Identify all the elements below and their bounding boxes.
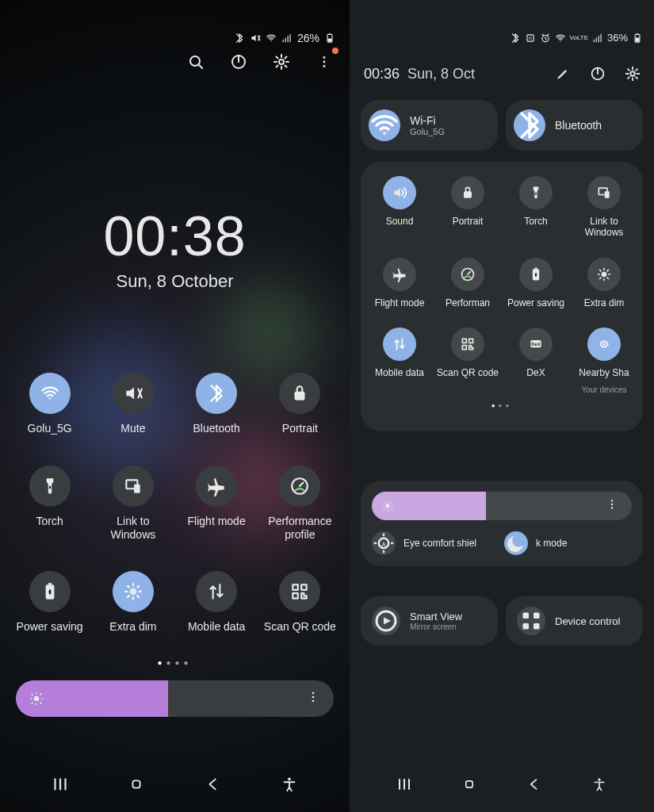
- tile-torch[interactable]: Torch: [8, 465, 91, 542]
- tile-gauge[interactable]: Performance profile: [258, 465, 342, 542]
- quick-settings-grid: Golu_5G Mute Bluetooth Portrait Torch Li…: [0, 373, 350, 634]
- header-time: 00:36: [364, 66, 400, 82]
- qr-icon: [451, 327, 484, 361]
- tile-lock[interactable]: Portrait: [258, 373, 342, 435]
- tile-label: Torch: [36, 515, 63, 528]
- smartview-icon: [372, 607, 400, 635]
- brightness-more-button[interactable]: [305, 689, 321, 708]
- tile-plane[interactable]: Flight mode: [175, 465, 258, 542]
- power-button[interactable]: [587, 63, 608, 84]
- tile-label: DeX: [526, 367, 545, 378]
- tile-label: Torch: [524, 216, 547, 227]
- tile-sound[interactable]: Sound: [365, 176, 434, 239]
- battery-percent: 36%: [607, 32, 628, 44]
- toggle-eye-comfort[interactable]: Eye comfort shiel: [372, 531, 499, 555]
- tile-label: Mobile data: [188, 620, 245, 634]
- toggle-label: k mode: [536, 538, 567, 549]
- back-button[interactable]: [197, 774, 229, 795]
- tile-label: Scan QR code: [437, 367, 499, 378]
- dim-icon: [587, 258, 621, 291]
- settings-button[interactable]: [622, 63, 643, 84]
- eye-comfort-icon: [372, 531, 396, 555]
- tile-label: Bluetooth: [193, 422, 240, 435]
- brightness-more-button[interactable]: [605, 497, 619, 515]
- tile-bluetooth[interactable]: Bluetooth: [175, 373, 258, 435]
- header-date: Sun, 8 Oct: [407, 66, 475, 82]
- bluetooth-icon: [234, 33, 245, 44]
- tile-link-windows[interactable]: Link to Windows: [91, 465, 174, 542]
- accessibility-button[interactable]: [583, 774, 615, 795]
- pill-title: Wi-Fi: [410, 114, 445, 127]
- tile-nearby[interactable]: Nearby Sha Your devices: [570, 327, 638, 393]
- battery-icon: [632, 33, 643, 44]
- panel-grid4[interactable]: Device control: [506, 596, 643, 645]
- tile-dim[interactable]: Extra dim: [570, 258, 638, 308]
- power-button[interactable]: [226, 49, 251, 75]
- battery-leaf-icon: [29, 571, 71, 612]
- tile-dim[interactable]: Extra dim: [91, 571, 174, 634]
- tile-dex[interactable]: DeX: [502, 327, 570, 393]
- tile-link-windows[interactable]: Link to Windows: [570, 176, 638, 239]
- tile-gauge[interactable]: Performan: [434, 258, 502, 308]
- qr-icon: [279, 571, 320, 612]
- tile-label: Portrait: [453, 216, 484, 227]
- pill-bluetooth[interactable]: Bluetooth: [506, 100, 643, 151]
- brightness-slider[interactable]: [372, 492, 632, 520]
- signal-icon: [592, 33, 603, 44]
- link-windows-icon: [587, 176, 621, 209]
- tile-mute[interactable]: Mute: [91, 373, 174, 435]
- toggle-label: Eye comfort shiel: [403, 538, 476, 549]
- toggle-moon[interactable]: k mode: [504, 531, 632, 555]
- home-button[interactable]: [120, 774, 152, 795]
- tile-label: Power saving: [507, 297, 564, 308]
- tile-sublabel: Your devices: [582, 385, 627, 394]
- tile-label: Golu_5G: [28, 422, 72, 435]
- sun-icon: [381, 500, 394, 512]
- tile-label: Mute: [120, 422, 145, 435]
- plane-icon: [196, 465, 237, 507]
- wifi-icon: [369, 109, 400, 141]
- tile-battery-leaf[interactable]: Power saving: [8, 571, 91, 634]
- quick-settings-panel: Sound Portrait Torch Link to Windows Fli…: [361, 162, 643, 431]
- tile-data-arrows[interactable]: Mobile data: [175, 571, 258, 634]
- accessibility-button[interactable]: [273, 774, 305, 795]
- tile-label: Link to Windows: [572, 216, 636, 239]
- pill-wifi[interactable]: Wi-Fi Golu_5G: [361, 100, 498, 151]
- tile-label: Performan: [446, 297, 490, 308]
- recents-button[interactable]: [44, 774, 76, 795]
- panel-smartview[interactable]: Smart View Mirror screen: [361, 596, 498, 645]
- status-bar: 26%: [234, 32, 335, 44]
- tile-plane[interactable]: Flight mode: [365, 258, 434, 308]
- lower-panels: Smart View Mirror screen Device control: [361, 596, 643, 645]
- tile-lock[interactable]: Portrait: [434, 176, 502, 239]
- tile-qr[interactable]: Scan QR code: [434, 327, 502, 393]
- tile-qr[interactable]: Scan QR code: [258, 571, 342, 634]
- nearby-icon: [587, 327, 621, 361]
- settings-button[interactable]: [269, 49, 294, 75]
- svg-rect-37: [637, 33, 638, 34]
- tile-label: Mobile data: [375, 367, 424, 378]
- lock-icon: [279, 373, 320, 414]
- brightness-slider[interactable]: [16, 680, 334, 717]
- data-arrows-icon: [196, 571, 237, 612]
- tile-data-arrows[interactable]: Mobile data: [365, 327, 434, 393]
- status-bar: N VoLTE 36%: [510, 32, 643, 44]
- battery-icon: [324, 33, 335, 44]
- home-button[interactable]: [453, 774, 485, 795]
- edit-button[interactable]: [553, 63, 573, 84]
- clock-date: Sun, 8 October: [0, 271, 350, 292]
- recents-button[interactable]: [388, 774, 420, 795]
- tile-torch[interactable]: Torch: [502, 176, 570, 239]
- link-windows-icon: [113, 465, 154, 507]
- more-button[interactable]: [312, 49, 337, 75]
- tile-wifi[interactable]: Golu_5G: [8, 373, 91, 435]
- back-button[interactable]: [518, 774, 550, 795]
- brightness-panel: Eye comfort shiel k mode: [361, 481, 643, 566]
- tile-battery-leaf[interactable]: Power saving: [502, 258, 570, 308]
- tile-label: Performance profile: [262, 515, 338, 542]
- gauge-icon: [279, 465, 320, 507]
- wifi-icon: [29, 373, 71, 414]
- sun-icon: [29, 691, 44, 707]
- search-button[interactable]: [183, 49, 208, 75]
- tile-label: Scan QR code: [264, 620, 336, 634]
